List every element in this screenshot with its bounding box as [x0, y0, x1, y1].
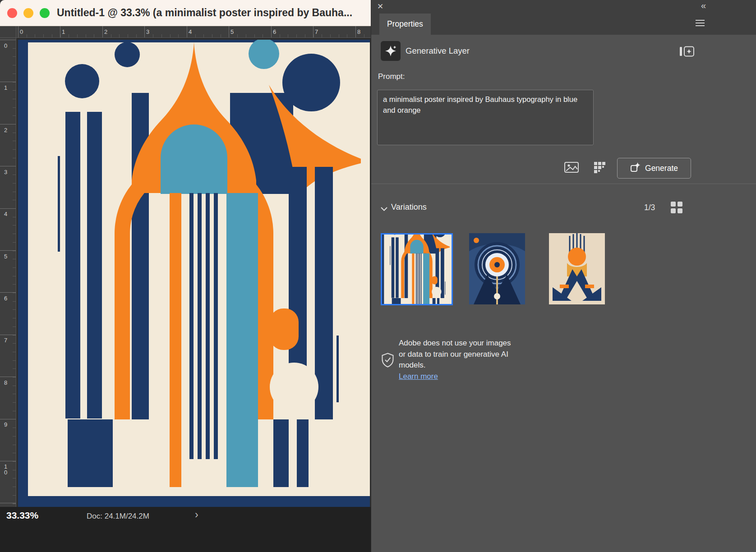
panel-header: ✕ « — [371, 0, 756, 14]
ruler-number: 6 — [273, 28, 276, 35]
ruler-number: 0 — [4, 43, 9, 49]
variation-thumbnail-3[interactable] — [549, 233, 605, 304]
privacy-notice: Adobe does not use your images or data t… — [399, 338, 511, 382]
composition-pattern-icon[interactable] — [593, 161, 606, 174]
ruler-number: 1 — [62, 28, 65, 35]
generate-sparkle-icon — [630, 162, 641, 175]
ruler-number: 7 — [315, 28, 318, 35]
minimize-window-button[interactable] — [23, 8, 33, 18]
variations-label[interactable]: Variations — [391, 202, 427, 212]
new-generative-layer-icon[interactable] — [679, 46, 695, 59]
collapse-panel-icon[interactable]: « — [701, 0, 705, 11]
generate-button[interactable]: Generate — [617, 158, 691, 179]
ruler-number: 9 — [4, 422, 9, 428]
ruler-number: 7 — [4, 337, 9, 343]
generative-layer-icon — [381, 41, 401, 61]
generate-button-label: Generate — [645, 164, 678, 173]
horizontal-ruler: 0 1 2 3 4 5 6 7 8 — [16, 26, 371, 38]
section-divider — [371, 184, 756, 184]
status-chevron-icon[interactable]: › — [195, 509, 198, 521]
canvas[interactable] — [16, 38, 371, 507]
grid-view-icon[interactable] — [671, 202, 682, 215]
prompt-input[interactable]: a minimalist poster inspired by Bauhaus … — [377, 90, 594, 145]
privacy-line: or data to train our generative AI — [399, 349, 511, 360]
titlebar: Untitled-1 @ 33.3% (a minimalist poster … — [0, 0, 371, 26]
window-title: Untitled-1 @ 33.3% (a minimalist poster … — [57, 7, 355, 19]
panel-body: Generative Layer Prompt: a minimalist po… — [371, 35, 756, 552]
variations-counter: 1/3 — [644, 203, 655, 212]
shield-check-icon — [381, 353, 394, 369]
tab-properties[interactable]: Properties — [379, 14, 431, 35]
app-window: Untitled-1 @ 33.3% (a minimalist poster … — [0, 0, 756, 552]
ruler-number: 2 — [104, 28, 107, 35]
ruler-number: 4 — [189, 28, 192, 35]
privacy-line: models. — [399, 360, 511, 371]
properties-panel: ✕ « Properties Generative Layer — [371, 0, 756, 552]
ruler-number: 3 — [4, 169, 9, 175]
close-window-button[interactable] — [7, 8, 17, 18]
chevron-down-icon[interactable] — [380, 205, 388, 213]
variation-thumbnail-1[interactable] — [381, 233, 453, 305]
ruler-number: 3 — [146, 28, 149, 35]
layer-row: Generative Layer — [381, 41, 470, 61]
ruler-number: 6 — [4, 295, 9, 301]
panel-menu-icon[interactable] — [696, 20, 705, 28]
close-panel-icon[interactable]: ✕ — [377, 2, 383, 11]
privacy-line: Adobe does not use your images — [399, 338, 511, 349]
document-size: Doc: 24.1M/24.2M — [87, 512, 149, 521]
traffic-lights — [0, 8, 50, 18]
ruler-ticks — [0, 38, 16, 507]
ruler-number: 5 — [230, 28, 234, 35]
fullscreen-window-button[interactable] — [40, 8, 50, 18]
poster-artwork — [18, 40, 370, 507]
zoom-level[interactable]: 33.33% — [6, 510, 38, 521]
ruler-number: 8 — [4, 380, 9, 386]
ruler-number: 4 — [4, 211, 9, 217]
prompt-label: Prompt: — [378, 72, 405, 81]
ruler-number: 1 — [4, 85, 9, 91]
layer-type-label: Generative Layer — [406, 46, 470, 56]
ruler-number: 0 — [20, 28, 23, 35]
panel-tabbar: Properties — [371, 14, 756, 35]
ruler-corner — [0, 26, 16, 38]
variation-thumbnail-2[interactable] — [469, 233, 525, 304]
reference-image-icon[interactable] — [564, 161, 579, 174]
vertical-ruler: 0 1 2 3 4 5 6 7 8 9 10 — [0, 38, 16, 507]
status-bar: 33.33% Doc: 24.1M/24.2M › — [0, 507, 371, 552]
ruler-number: 2 — [4, 127, 9, 133]
ruler-number: 10 — [4, 464, 9, 475]
learn-more-link[interactable]: Learn more — [399, 372, 438, 381]
ruler-number: 5 — [4, 253, 9, 259]
ruler-number: 8 — [357, 28, 360, 35]
